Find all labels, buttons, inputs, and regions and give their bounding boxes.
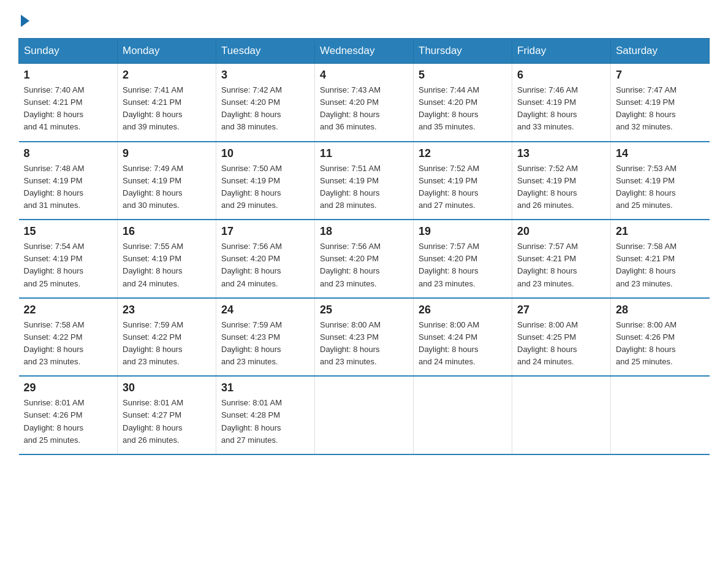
day-info: Sunrise: 7:57 AMSunset: 4:21 PMDaylight:… — [517, 242, 578, 288]
day-info: Sunrise: 7:47 AMSunset: 4:19 PMDaylight:… — [616, 85, 677, 131]
day-number: 27 — [517, 304, 605, 316]
calendar-cell: 4 Sunrise: 7:43 AMSunset: 4:20 PMDayligh… — [315, 64, 414, 142]
calendar-cell: 29 Sunrise: 8:01 AMSunset: 4:26 PMDaylig… — [19, 376, 118, 454]
calendar-cell: 17 Sunrise: 7:56 AMSunset: 4:20 PMDaylig… — [216, 220, 315, 298]
col-header-thursday: Thursday — [414, 39, 512, 64]
day-number: 13 — [517, 147, 605, 160]
day-info: Sunrise: 7:56 AMSunset: 4:20 PMDaylight:… — [221, 242, 282, 288]
day-number: 17 — [221, 225, 309, 238]
day-number: 9 — [123, 147, 211, 160]
day-info: Sunrise: 8:01 AMSunset: 4:27 PMDaylight:… — [123, 398, 183, 444]
day-info: Sunrise: 7:53 AMSunset: 4:19 PMDaylight:… — [616, 164, 677, 210]
calendar-cell: 5 Sunrise: 7:44 AMSunset: 4:20 PMDayligh… — [414, 64, 512, 142]
calendar-cell: 7 Sunrise: 7:47 AMSunset: 4:19 PMDayligh… — [611, 64, 710, 142]
day-number: 15 — [24, 225, 113, 238]
col-header-sunday: Sunday — [19, 39, 118, 64]
day-number: 4 — [320, 69, 408, 82]
day-info: Sunrise: 7:43 AMSunset: 4:20 PMDaylight:… — [320, 85, 381, 131]
col-header-wednesday: Wednesday — [315, 39, 414, 64]
calendar-cell: 28 Sunrise: 8:00 AMSunset: 4:26 PMDaylig… — [611, 298, 710, 377]
calendar-cell: 10 Sunrise: 7:50 AMSunset: 4:19 PMDaylig… — [216, 142, 315, 220]
day-info: Sunrise: 7:46 AMSunset: 4:19 PMDaylight:… — [517, 85, 578, 131]
calendar-cell: 20 Sunrise: 7:57 AMSunset: 4:21 PMDaylig… — [512, 220, 611, 298]
day-number: 24 — [221, 304, 309, 316]
day-info: Sunrise: 8:00 AMSunset: 4:23 PMDaylight:… — [320, 320, 381, 366]
col-header-friday: Friday — [512, 39, 611, 64]
col-header-saturday: Saturday — [611, 39, 710, 64]
day-number: 3 — [221, 69, 309, 82]
day-info: Sunrise: 7:56 AMSunset: 4:20 PMDaylight:… — [320, 242, 381, 288]
day-number: 18 — [320, 225, 408, 238]
calendar-cell: 22 Sunrise: 7:58 AMSunset: 4:22 PMDaylig… — [19, 298, 118, 377]
calendar-cell — [512, 376, 611, 454]
calendar-header-row: SundayMondayTuesdayWednesdayThursdayFrid… — [19, 39, 710, 64]
day-info: Sunrise: 7:42 AMSunset: 4:20 PMDaylight:… — [221, 85, 282, 131]
calendar-cell: 6 Sunrise: 7:46 AMSunset: 4:19 PMDayligh… — [512, 64, 611, 142]
calendar-cell: 24 Sunrise: 7:59 AMSunset: 4:23 PMDaylig… — [216, 298, 315, 377]
calendar-cell — [315, 376, 414, 454]
day-number: 31 — [221, 381, 309, 394]
calendar-cell: 2 Sunrise: 7:41 AMSunset: 4:21 PMDayligh… — [118, 64, 216, 142]
day-info: Sunrise: 7:51 AMSunset: 4:19 PMDaylight:… — [320, 164, 381, 210]
logo-arrow-icon — [21, 15, 29, 27]
calendar-cell: 9 Sunrise: 7:49 AMSunset: 4:19 PMDayligh… — [118, 142, 216, 220]
day-info: Sunrise: 7:58 AMSunset: 4:21 PMDaylight:… — [616, 242, 677, 288]
day-info: Sunrise: 7:40 AMSunset: 4:21 PMDaylight:… — [24, 85, 85, 131]
day-number: 8 — [24, 147, 113, 160]
calendar-cell: 26 Sunrise: 8:00 AMSunset: 4:24 PMDaylig… — [414, 298, 512, 377]
calendar-cell: 12 Sunrise: 7:52 AMSunset: 4:19 PMDaylig… — [414, 142, 512, 220]
logo — [18, 12, 29, 27]
calendar-cell: 23 Sunrise: 7:59 AMSunset: 4:22 PMDaylig… — [118, 298, 216, 377]
calendar-cell: 16 Sunrise: 7:55 AMSunset: 4:19 PMDaylig… — [118, 220, 216, 298]
calendar-cell: 25 Sunrise: 8:00 AMSunset: 4:23 PMDaylig… — [315, 298, 414, 377]
day-info: Sunrise: 8:00 AMSunset: 4:24 PMDaylight:… — [419, 320, 479, 366]
day-number: 7 — [616, 69, 705, 82]
calendar-week-row: 1 Sunrise: 7:40 AMSunset: 4:21 PMDayligh… — [19, 64, 710, 142]
day-number: 14 — [616, 147, 705, 160]
calendar-cell — [414, 376, 512, 454]
day-info: Sunrise: 7:54 AMSunset: 4:19 PMDaylight:… — [24, 242, 85, 288]
day-info: Sunrise: 7:50 AMSunset: 4:19 PMDaylight:… — [221, 164, 282, 210]
day-number: 6 — [517, 69, 605, 82]
day-info: Sunrise: 7:49 AMSunset: 4:19 PMDaylight:… — [123, 164, 183, 210]
calendar-cell: 14 Sunrise: 7:53 AMSunset: 4:19 PMDaylig… — [611, 142, 710, 220]
calendar-cell: 31 Sunrise: 8:01 AMSunset: 4:28 PMDaylig… — [216, 376, 315, 454]
day-number: 1 — [24, 69, 113, 82]
calendar-week-row: 22 Sunrise: 7:58 AMSunset: 4:22 PMDaylig… — [19, 298, 710, 377]
day-number: 26 — [419, 304, 507, 316]
calendar-cell: 15 Sunrise: 7:54 AMSunset: 4:19 PMDaylig… — [19, 220, 118, 298]
day-number: 11 — [320, 147, 408, 160]
calendar-cell — [611, 376, 710, 454]
day-number: 29 — [24, 381, 113, 394]
day-number: 28 — [616, 304, 705, 316]
day-info: Sunrise: 7:41 AMSunset: 4:21 PMDaylight:… — [123, 85, 183, 131]
day-number: 16 — [123, 225, 211, 238]
day-number: 30 — [123, 381, 211, 394]
calendar-week-row: 29 Sunrise: 8:01 AMSunset: 4:26 PMDaylig… — [19, 376, 710, 454]
calendar-cell: 1 Sunrise: 7:40 AMSunset: 4:21 PMDayligh… — [19, 64, 118, 142]
page-header — [18, 12, 710, 27]
calendar-week-row: 8 Sunrise: 7:48 AMSunset: 4:19 PMDayligh… — [19, 142, 710, 220]
calendar-table: SundayMondayTuesdayWednesdayThursdayFrid… — [18, 38, 710, 455]
day-number: 5 — [419, 69, 507, 82]
day-number: 21 — [616, 225, 705, 238]
col-header-monday: Monday — [118, 39, 216, 64]
day-number: 20 — [517, 225, 605, 238]
day-number: 25 — [320, 304, 408, 316]
day-info: Sunrise: 7:48 AMSunset: 4:19 PMDaylight:… — [24, 164, 85, 210]
calendar-cell: 3 Sunrise: 7:42 AMSunset: 4:20 PMDayligh… — [216, 64, 315, 142]
day-number: 12 — [419, 147, 507, 160]
calendar-cell: 11 Sunrise: 7:51 AMSunset: 4:19 PMDaylig… — [315, 142, 414, 220]
day-number: 10 — [221, 147, 309, 160]
day-info: Sunrise: 7:52 AMSunset: 4:19 PMDaylight:… — [517, 164, 578, 210]
calendar-week-row: 15 Sunrise: 7:54 AMSunset: 4:19 PMDaylig… — [19, 220, 710, 298]
day-info: Sunrise: 8:01 AMSunset: 4:26 PMDaylight:… — [24, 398, 85, 444]
day-info: Sunrise: 7:55 AMSunset: 4:19 PMDaylight:… — [123, 242, 183, 288]
calendar-cell: 19 Sunrise: 7:57 AMSunset: 4:20 PMDaylig… — [414, 220, 512, 298]
calendar-cell: 30 Sunrise: 8:01 AMSunset: 4:27 PMDaylig… — [118, 376, 216, 454]
day-info: Sunrise: 7:59 AMSunset: 4:22 PMDaylight:… — [123, 320, 183, 366]
day-number: 23 — [123, 304, 211, 316]
calendar-cell: 13 Sunrise: 7:52 AMSunset: 4:19 PMDaylig… — [512, 142, 611, 220]
day-info: Sunrise: 7:44 AMSunset: 4:20 PMDaylight:… — [419, 85, 479, 131]
day-info: Sunrise: 7:58 AMSunset: 4:22 PMDaylight:… — [24, 320, 85, 366]
